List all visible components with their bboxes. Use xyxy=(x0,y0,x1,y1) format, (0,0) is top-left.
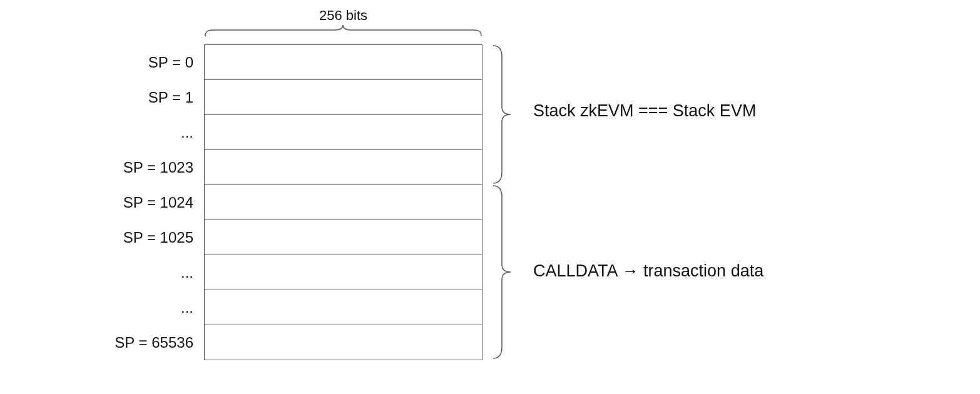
stack-row: SP = 1024 xyxy=(205,185,482,220)
stack-row: SP = 1025 xyxy=(205,220,482,255)
width-label: 256 bits xyxy=(204,8,482,24)
stack-row: SP = 1023 xyxy=(205,150,482,185)
stack-memory-table: SP = 0 SP = 1 ... SP = 1023 SP = 1024 SP… xyxy=(204,44,482,360)
sp-label: SP = 65536 xyxy=(115,334,193,351)
diagram-container: 256 bits SP = 0 SP = 1 ... SP = 1023 SP … xyxy=(0,0,980,394)
stack-row: SP = 0 xyxy=(205,45,482,80)
right-brace-bottom xyxy=(489,184,521,360)
sp-label-ellipsis: ... xyxy=(181,124,193,141)
annotation-stack-equivalence: Stack zkEVM === Stack EVM xyxy=(533,101,756,121)
sp-label: SP = 1023 xyxy=(123,159,193,176)
right-brace-top xyxy=(489,44,521,184)
stack-row: ... xyxy=(205,255,482,290)
sp-label: SP = 1 xyxy=(148,89,193,106)
top-horizontal-brace xyxy=(204,25,482,38)
stack-row: SP = 1 xyxy=(205,80,482,115)
stack-row: SP = 65536 xyxy=(205,325,482,360)
sp-label: SP = 1024 xyxy=(123,194,193,211)
stack-row: ... xyxy=(205,115,482,150)
sp-label: SP = 1025 xyxy=(123,229,193,246)
sp-label: SP = 0 xyxy=(148,54,193,71)
sp-label-ellipsis: ... xyxy=(181,299,193,316)
sp-label-ellipsis: ... xyxy=(181,264,193,281)
annotation-calldata: CALLDATA → transaction data xyxy=(533,261,763,281)
stack-row: ... xyxy=(205,290,482,325)
